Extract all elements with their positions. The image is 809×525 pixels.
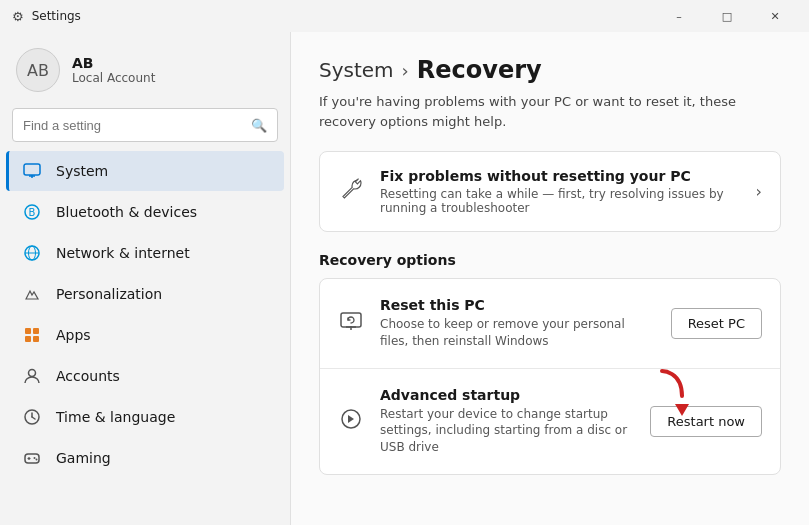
maximize-button[interactable]: □ bbox=[705, 2, 749, 30]
svg-rect-9 bbox=[33, 328, 39, 334]
gaming-icon bbox=[22, 448, 42, 468]
apps-icon bbox=[22, 325, 42, 345]
svg-point-20 bbox=[36, 459, 38, 461]
fix-card-chevron-icon: › bbox=[756, 182, 762, 201]
sidebar-item-apps[interactable]: Apps bbox=[6, 315, 284, 355]
reset-pc-item: Reset this PC Choose to keep or remove y… bbox=[320, 279, 780, 369]
fix-card-left: Fix problems without resetting your PC R… bbox=[338, 168, 756, 215]
title-bar: ⚙ Settings – □ ✕ bbox=[0, 0, 809, 32]
sidebar-item-time-label: Time & language bbox=[56, 409, 175, 425]
reset-pc-text: Reset this PC Choose to keep or remove y… bbox=[380, 297, 655, 350]
sidebar-item-network[interactable]: Network & internet bbox=[6, 233, 284, 273]
svg-rect-0 bbox=[24, 164, 40, 175]
search-icon: 🔍 bbox=[251, 118, 267, 133]
sidebar-item-time[interactable]: Time & language bbox=[6, 397, 284, 437]
user-info: AB Local Account bbox=[72, 55, 155, 85]
svg-point-19 bbox=[34, 457, 36, 459]
wrench-icon bbox=[338, 176, 364, 207]
reset-pc-icon bbox=[338, 308, 364, 339]
reset-pc-button[interactable]: Reset PC bbox=[671, 308, 762, 339]
advanced-startup-action: Restart now bbox=[650, 406, 762, 437]
network-icon bbox=[22, 243, 42, 263]
advanced-startup-text: Advanced startup Restart your device to … bbox=[380, 387, 634, 456]
app-body: AB AB Local Account 🔍 S bbox=[0, 32, 809, 525]
sidebar-item-personalization-label: Personalization bbox=[56, 286, 162, 302]
time-icon bbox=[22, 407, 42, 427]
avatar-initials: AB bbox=[27, 61, 49, 80]
svg-rect-8 bbox=[25, 328, 31, 334]
sidebar-nav: System B Bluetooth & devices bbox=[0, 150, 290, 479]
svg-point-12 bbox=[29, 370, 36, 377]
avatar: AB bbox=[16, 48, 60, 92]
sidebar-item-accounts[interactable]: Accounts bbox=[6, 356, 284, 396]
advanced-startup-description: Restart your device to change startup se… bbox=[380, 406, 634, 456]
restart-now-button[interactable]: Restart now bbox=[650, 406, 762, 437]
breadcrumb-parent[interactable]: System bbox=[319, 58, 394, 82]
sidebar-item-personalization[interactable]: Personalization bbox=[6, 274, 284, 314]
breadcrumb: System › Recovery bbox=[319, 56, 781, 84]
recovery-options-heading: Recovery options bbox=[319, 252, 781, 268]
reset-pc-action: Reset PC bbox=[671, 308, 762, 339]
svg-rect-11 bbox=[33, 336, 39, 342]
system-icon bbox=[22, 161, 42, 181]
sidebar: AB AB Local Account 🔍 S bbox=[0, 32, 290, 525]
title-bar-title: Settings bbox=[32, 9, 81, 23]
advanced-startup-icon bbox=[338, 406, 364, 437]
svg-rect-10 bbox=[25, 336, 31, 342]
svg-line-15 bbox=[32, 417, 35, 419]
sidebar-item-system-label: System bbox=[56, 163, 108, 179]
main-content: System › Recovery If you're having probl… bbox=[290, 32, 809, 525]
sidebar-item-gaming-label: Gaming bbox=[56, 450, 111, 466]
sidebar-item-network-label: Network & internet bbox=[56, 245, 190, 261]
sidebar-item-bluetooth-label: Bluetooth & devices bbox=[56, 204, 197, 220]
title-bar-controls: – □ ✕ bbox=[657, 2, 797, 30]
user-profile[interactable]: AB AB Local Account bbox=[0, 32, 290, 104]
bluetooth-icon: B bbox=[22, 202, 42, 222]
page-description: If you're having problems with your PC o… bbox=[319, 92, 779, 131]
accounts-icon bbox=[22, 366, 42, 386]
advanced-startup-item: Advanced startup Restart your device to … bbox=[320, 369, 780, 474]
fix-card-description: Resetting can take a while — first, try … bbox=[380, 187, 756, 215]
reset-pc-title: Reset this PC bbox=[380, 297, 655, 313]
reset-pc-description: Choose to keep or remove your personal f… bbox=[380, 316, 655, 350]
settings-icon: ⚙ bbox=[12, 9, 24, 24]
sidebar-item-bluetooth[interactable]: B Bluetooth & devices bbox=[6, 192, 284, 232]
sidebar-item-gaming[interactable]: Gaming bbox=[6, 438, 284, 478]
title-bar-left: ⚙ Settings bbox=[12, 9, 81, 24]
recovery-options-section: Reset this PC Choose to keep or remove y… bbox=[319, 278, 781, 475]
breadcrumb-chevron: › bbox=[402, 60, 409, 81]
search-input[interactable] bbox=[23, 118, 251, 133]
fix-card-title: Fix problems without resetting your PC bbox=[380, 168, 756, 184]
minimize-button[interactable]: – bbox=[657, 2, 701, 30]
sidebar-item-system[interactable]: System bbox=[6, 151, 284, 191]
close-button[interactable]: ✕ bbox=[753, 2, 797, 30]
svg-text:B: B bbox=[29, 207, 36, 218]
sidebar-item-apps-label: Apps bbox=[56, 327, 91, 343]
personalization-icon bbox=[22, 284, 42, 304]
user-account-type: Local Account bbox=[72, 71, 155, 85]
svg-rect-21 bbox=[341, 313, 361, 327]
sidebar-item-accounts-label: Accounts bbox=[56, 368, 120, 384]
breadcrumb-current: Recovery bbox=[417, 56, 542, 84]
search-box[interactable]: 🔍 bbox=[12, 108, 278, 142]
svg-rect-16 bbox=[25, 454, 39, 463]
user-name: AB bbox=[72, 55, 155, 71]
fix-problems-card[interactable]: Fix problems without resetting your PC R… bbox=[319, 151, 781, 232]
fix-card-text: Fix problems without resetting your PC R… bbox=[380, 168, 756, 215]
advanced-startup-title: Advanced startup bbox=[380, 387, 634, 403]
